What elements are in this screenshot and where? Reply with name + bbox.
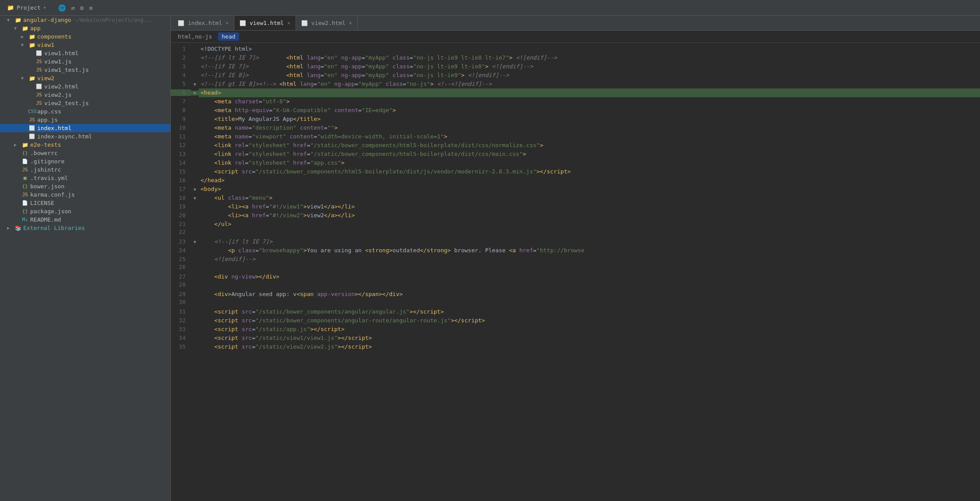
line-content: <script src="/static/view1/view1.js"></s…	[199, 334, 980, 342]
line-number: 25	[171, 256, 191, 262]
sync-icon[interactable]: ⇄	[71, 4, 74, 11]
line-number: 28	[171, 281, 191, 288]
indexhtml-label: index.html	[36, 125, 71, 131]
sidebar-item-indexasynchtml[interactable]: ⬜ index-async.html	[0, 132, 170, 141]
line-number: 11	[171, 133, 191, 140]
sidebar-item-bowerrc[interactable]: {} .bowerrc	[0, 149, 170, 157]
line-number: 18	[171, 194, 191, 201]
sidebar-item-e2etests[interactable]: ▶ 📁 e2e-tests	[0, 141, 170, 149]
sidebar-item-bowerjson[interactable]: {} bower.json	[0, 182, 170, 191]
tab-view2-html[interactable]: ⬜ view2.html ✕	[296, 16, 358, 30]
sidebar-item-appjs[interactable]: JS app.js	[0, 116, 170, 124]
line-gutter-fold[interactable]: ▼	[191, 196, 199, 201]
view2-folder-label: view2	[36, 75, 54, 81]
code-line-31: 31 <script src="/static/bower_components…	[171, 307, 980, 316]
bowerjson-label: bower.json	[29, 183, 64, 190]
line-number: 22	[171, 229, 191, 235]
sidebar-item-karmaconfjs[interactable]: JS karma.conf.js	[0, 191, 170, 199]
js-icon: JS	[28, 117, 36, 123]
sidebar-item-travisyml[interactable]: ▦ .travis.yml	[0, 174, 170, 182]
sidebar-item-root[interactable]: ▼ 📁 angular-django ~/WebstormProjects/an…	[0, 16, 170, 24]
line-number: 35	[171, 343, 191, 350]
view2js-label: view2.js	[43, 92, 72, 98]
js-icon: JS	[35, 59, 43, 64]
line-number: 16	[171, 177, 191, 183]
tab-index-html[interactable]: ⬜ index.html ✕	[173, 16, 234, 30]
tab-label: view1.html	[250, 20, 284, 26]
line-number: 12	[171, 142, 191, 148]
e2etests-label: e2e-tests	[29, 141, 61, 148]
code-line-14: 14 <link rel="stylesheet" href="app.css"…	[171, 159, 980, 167]
karmaconfjs-label: karma.conf.js	[29, 191, 75, 198]
code-line-2: 2 <!--[if lt IE 7]> <html lang="en" ng-a…	[171, 53, 980, 62]
project-selector[interactable]: 📁 Project ▾	[4, 4, 49, 11]
menu-icon[interactable]: ≡	[89, 4, 92, 11]
sidebar-item-view1html[interactable]: ⬜ view1.html	[0, 49, 170, 57]
globe-icon[interactable]: 🌐	[58, 4, 66, 11]
sidebar-item-appcss[interactable]: CSS app.css	[0, 107, 170, 116]
code-line-28: 28	[171, 281, 980, 290]
gitignore-label: .gitignore	[29, 158, 64, 165]
breadcrumb-head[interactable]: head	[218, 32, 239, 41]
line-content: <meta http-equiv="X-UA-Compatible" conte…	[199, 106, 980, 115]
sidebar-item-app[interactable]: ▼ 📁 app	[0, 24, 170, 32]
line-number: 6	[171, 89, 191, 96]
code-line-19: 19 <li><a href="#!/view1">view1</a></li>	[171, 202, 980, 211]
sidebar-item-view1testjs[interactable]: JS view1_test.js	[0, 66, 170, 74]
sidebar-item-packagejson[interactable]: {} package.json	[0, 207, 170, 215]
line-gutter-fold[interactable]: ▼	[191, 91, 199, 95]
gear-icon[interactable]: ⚙	[80, 4, 84, 11]
jshintrc-label: .jshintrc	[29, 166, 61, 173]
json-icon: {}	[21, 183, 29, 189]
line-content: <script src="/static/bower_components/an…	[199, 316, 980, 325]
tab-close-button[interactable]: ✕	[349, 21, 352, 25]
code-editor[interactable]: 1 <!DOCTYPE html> 2 <!--[if lt IE 7]> <h…	[171, 43, 980, 501]
line-content: <script src="/static/bower_components/an…	[199, 307, 980, 316]
line-content: <script src="/static/app.js"></script>	[199, 325, 980, 334]
line-number: 4	[171, 72, 191, 78]
breadcrumb-html-no-js[interactable]: html,no-js	[174, 32, 215, 41]
sidebar-item-view2[interactable]: ▼ 📁 view2	[0, 74, 170, 82]
sidebar-item-jshintrc[interactable]: JS .jshintrc	[0, 166, 170, 174]
line-gutter-fold[interactable]: ▼	[191, 240, 199, 244]
readmemd-label: README.md	[29, 216, 61, 223]
md-icon: M↓	[21, 217, 29, 222]
tab-view1-html[interactable]: ⬜ view1.html ✕	[234, 16, 296, 30]
sidebar-item-license[interactable]: 📄 LICENSE	[0, 199, 170, 207]
appjs-label: app.js	[36, 116, 58, 123]
code-line-32: 32 <script src="/static/bower_components…	[171, 316, 980, 325]
code-line-22: 22	[171, 229, 980, 237]
line-number: 24	[171, 247, 191, 254]
line-number: 23	[171, 238, 191, 245]
sidebar: ▼ 📁 angular-django ~/WebstormProjects/an…	[0, 16, 171, 501]
sidebar-item-gitignore[interactable]: 📄 .gitignore	[0, 157, 170, 166]
sidebar-item-components[interactable]: ▶ 📁 components	[0, 32, 170, 41]
text-icon: 📄	[21, 200, 29, 206]
sidebar-item-indexhtml[interactable]: ⬜ index.html	[0, 124, 170, 132]
line-number: 20	[171, 212, 191, 219]
line-number: 33	[171, 326, 191, 332]
collapse-arrow: ▼	[7, 18, 14, 22]
code-line-4: 4 <!--[if IE 8]> <html lang="en" ng-app=…	[171, 71, 980, 80]
line-content: <head>	[199, 88, 980, 97]
sidebar-item-readmemd[interactable]: M↓ README.md	[0, 215, 170, 224]
title-bar: 📁 Project ▾ 🌐 ⇄ ⚙ ≡	[0, 0, 980, 16]
sidebar-item-extlibs[interactable]: ▶ 📚 External Libraries	[0, 224, 170, 232]
license-label: LICENSE	[29, 200, 54, 206]
tab-close-button[interactable]: ✕	[226, 21, 229, 25]
test-icon: JS	[35, 100, 43, 106]
sidebar-item-view2html[interactable]: ⬜ view2.html	[0, 82, 170, 91]
line-content: </ul>	[199, 220, 980, 229]
line-content: <link rel="stylesheet" href="app.css">	[199, 159, 980, 167]
sidebar-item-view2js[interactable]: JS view2.js	[0, 91, 170, 99]
collapse-arrow: ▶	[21, 34, 28, 39]
sidebar-item-view1[interactable]: ▼ 📁 view1	[0, 41, 170, 49]
breadcrumb-bar: html,no-js head	[171, 31, 980, 43]
line-gutter-fold[interactable]: ▼	[191, 187, 199, 192]
sidebar-item-view2testjs[interactable]: JS view2_test.js	[0, 99, 170, 107]
sidebar-item-view1js[interactable]: JS view1.js	[0, 57, 170, 66]
code-line-15: 15 <script src="/static/bower_components…	[171, 167, 980, 176]
line-gutter-fold[interactable]: ▼	[191, 82, 199, 87]
line-content: <li><a href="#!/view1">view1</a></li>	[199, 202, 980, 211]
tab-close-button[interactable]: ✕	[287, 21, 290, 25]
